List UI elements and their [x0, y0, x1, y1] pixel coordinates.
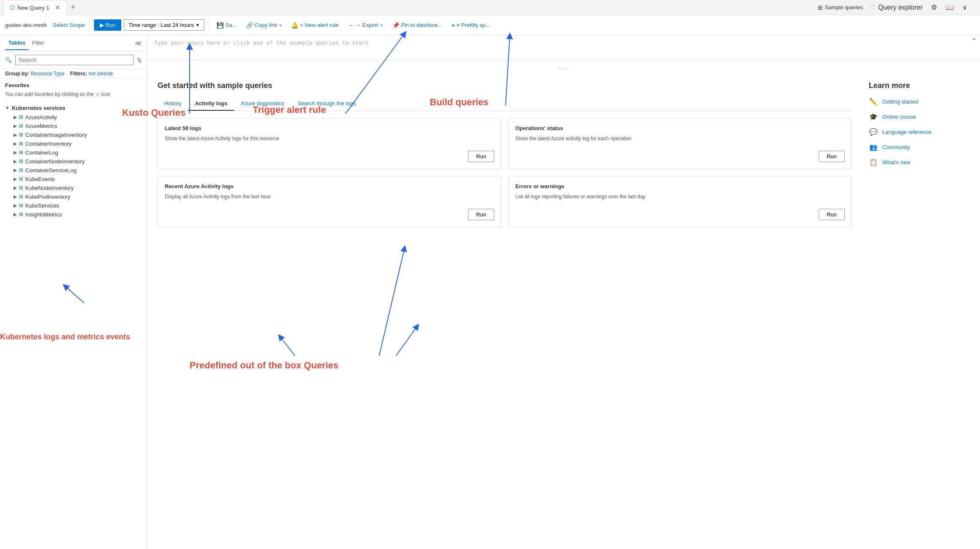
card-recent-activity-logs: Recent Azure Activity logs Display all A…: [158, 176, 501, 227]
sidebar-tabs: Tables Filter ≪: [0, 35, 147, 51]
editor-collapse-button[interactable]: ⌃: [971, 37, 977, 45]
prettify-icon: ≡: [451, 22, 455, 29]
sort-filter-icon[interactable]: ⇅: [137, 57, 142, 64]
expand-icon: ▶: [13, 132, 17, 138]
expand-icon: ▶: [13, 212, 17, 217]
book-button[interactable]: 📖: [943, 2, 956, 13]
link-language-reference[interactable]: 💬 Language reference: [869, 127, 970, 136]
kubernetes-section-header[interactable]: ▼ Kubernetes services: [5, 103, 142, 113]
search-icon: 🔍: [5, 57, 12, 63]
table-icon: ⊞: [19, 158, 23, 164]
pencil-icon: ✏️: [869, 97, 878, 106]
newspaper-icon: 📋: [869, 157, 878, 167]
card-desc-1: Show the latest Azure Activity logs for …: [165, 135, 494, 142]
tab-bar: ⬡ New Query 1 ✕ + ⊞ Sample queries 📄 Que…: [0, 0, 980, 15]
link-online-course[interactable]: 🎓 Online course: [869, 112, 970, 121]
run-card-2-button[interactable]: Run: [819, 151, 845, 162]
tree-item-insightsmetrics[interactable]: ▶ ⊞ InsightsMetrics: [5, 210, 142, 219]
toolbar-separator-1: [89, 21, 90, 30]
editor-dots: ...: [147, 61, 980, 73]
link-community[interactable]: 👥 Community: [869, 142, 970, 152]
tree-item-kubenodeinventory[interactable]: ▶ ⊞ KubeNodeInventory: [5, 184, 142, 192]
tree-item-containerinventory[interactable]: ▶ ⊞ ContainerInventory: [5, 139, 142, 148]
favorites-title: Favorites: [5, 82, 142, 88]
time-range-label: Time range : Last 24 hours: [129, 22, 194, 28]
add-tab-button[interactable]: +: [67, 0, 80, 15]
run-button[interactable]: ▶ Run: [94, 19, 121, 31]
tree-item-kubeservices[interactable]: ▶ ⊞ KubeServices: [5, 201, 142, 210]
save-button[interactable]: 💾 Sa...: [213, 20, 240, 31]
group-by-value[interactable]: Resource Type: [31, 71, 65, 77]
query-editor[interactable]: Type your query here or click one of the…: [147, 35, 980, 61]
expand-icon: ▶: [13, 150, 17, 155]
search-input[interactable]: [15, 55, 134, 65]
book-icon: 📖: [945, 3, 954, 11]
table-icon: ⊞: [19, 194, 23, 200]
copy-link-chevron-icon: ∨: [279, 23, 282, 27]
select-scope-link[interactable]: Select Scope: [53, 22, 85, 28]
tree-item-containerimageinventory[interactable]: ▶ ⊞ ContainerImageInventory: [5, 131, 142, 139]
export-icon: →: [348, 22, 353, 29]
tab-history[interactable]: History: [158, 97, 188, 111]
sidebar-tab-tables[interactable]: Tables: [5, 36, 29, 50]
tree-item-containerlog[interactable]: ▶ ⊞ ContainerLog: [5, 148, 142, 157]
run-card-1-button[interactable]: Run: [468, 151, 494, 162]
expand-icon: ▶: [13, 168, 17, 173]
expand-icon: ▶: [13, 185, 17, 191]
save-icon: 💾: [217, 22, 224, 29]
card-desc-4: List all logs reporting failures or warn…: [515, 193, 845, 200]
active-tab[interactable]: ⬡ New Query 1 ✕: [3, 0, 67, 15]
learn-more-title: Learn more: [869, 81, 970, 90]
link-whats-new[interactable]: 📋 What's new: [869, 157, 970, 167]
group-by-row: Group by: Resource Type Filters: not sel…: [0, 69, 147, 79]
filters-label: Filters:: [70, 71, 87, 77]
link-getting-started[interactable]: ✏️ Getting started: [869, 97, 970, 106]
tree-item-azureactivity[interactable]: ▶ ⊞ AzureActivity: [5, 113, 142, 122]
export-chevron-icon: ∨: [380, 23, 383, 27]
query-explorer-button[interactable]: 📄 Query explorer: [866, 2, 925, 13]
tab-azure-diagnostics[interactable]: Azure diagnostics: [234, 97, 291, 111]
sidebar: Tables Filter ≪ 🔍 ⇅ Group by: Resource T…: [0, 35, 147, 549]
settings-button[interactable]: ⚙: [929, 2, 940, 13]
community-icon: 👥: [869, 142, 878, 152]
sidebar-search: 🔍 ⇅: [0, 51, 147, 69]
expand-icon: ▶: [13, 115, 17, 120]
pin-dashboard-button[interactable]: 📌 Pin to dashboa...: [389, 20, 446, 31]
tree-item-azuremetrics[interactable]: ▶ ⊞ AzureMetrics: [5, 122, 142, 131]
chevron-down-icon: ∨: [962, 3, 967, 11]
tree-item-containerservicelog[interactable]: ▶ ⊞ ContainerServiceLog: [5, 166, 142, 175]
run-card-3-button[interactable]: Run: [468, 209, 494, 220]
tab-search-logs[interactable]: Search through the logs: [291, 97, 362, 111]
alert-rule-icon: 🔔: [291, 22, 298, 29]
tree-item-containernodeinventory[interactable]: ▶ ⊞ ContainerNodeInventory: [5, 157, 142, 166]
kubernetes-section: ▼ Kubernetes services ▶ ⊞ AzureActivity …: [5, 103, 142, 219]
prettify-button[interactable]: ≡ ≡ Prettify qu...: [448, 20, 494, 31]
expand-icon: ▶: [13, 123, 17, 129]
sidebar-tab-filter[interactable]: Filter: [29, 36, 48, 50]
sample-queries-button[interactable]: ⊞ Sample queries: [818, 4, 863, 11]
table-icon: ⊞: [19, 132, 23, 138]
table-icon: ⊞: [19, 149, 23, 155]
card-title-3: Recent Azure Activity logs: [165, 183, 494, 189]
tree-item-kubeevents[interactable]: ▶ ⊞ KubeEvents: [5, 175, 142, 184]
time-range-button[interactable]: Time range : Last 24 hours ▼: [124, 19, 204, 31]
filters-value[interactable]: not selecte: [88, 71, 113, 77]
chevron-down-button[interactable]: ∨: [960, 2, 970, 13]
tab-activity-logs[interactable]: Activity logs: [188, 97, 234, 111]
tab-icon: ⬡: [10, 4, 15, 11]
run-card-4-button[interactable]: Run: [819, 209, 845, 220]
query-tabs: History Activity logs Azure diagnostics …: [158, 97, 852, 111]
tree-collapse-icon: ▼: [5, 105, 10, 110]
tab-close-icon[interactable]: ✕: [55, 4, 60, 11]
link-whats-new-label: What's new: [882, 159, 910, 165]
export-button[interactable]: → → Export ∨: [344, 20, 386, 31]
new-alert-rule-button[interactable]: 🔔 + New alert rule: [288, 20, 342, 31]
sample-main: Get started with sample queries History …: [158, 81, 852, 541]
sidebar-collapse-button[interactable]: ≪: [135, 39, 142, 47]
tab-label: New Query 1: [17, 5, 49, 11]
table-icon: ⊞: [19, 176, 23, 182]
card-desc-3: Display all Azure Activity logs from the…: [165, 193, 494, 200]
query-explorer-label: Query explorer: [878, 4, 923, 11]
tree-item-kubepodinventory[interactable]: ▶ ⊞ KubePodInventory: [5, 192, 142, 201]
copy-link-button[interactable]: 🔗 Copy link ∨: [243, 20, 285, 31]
